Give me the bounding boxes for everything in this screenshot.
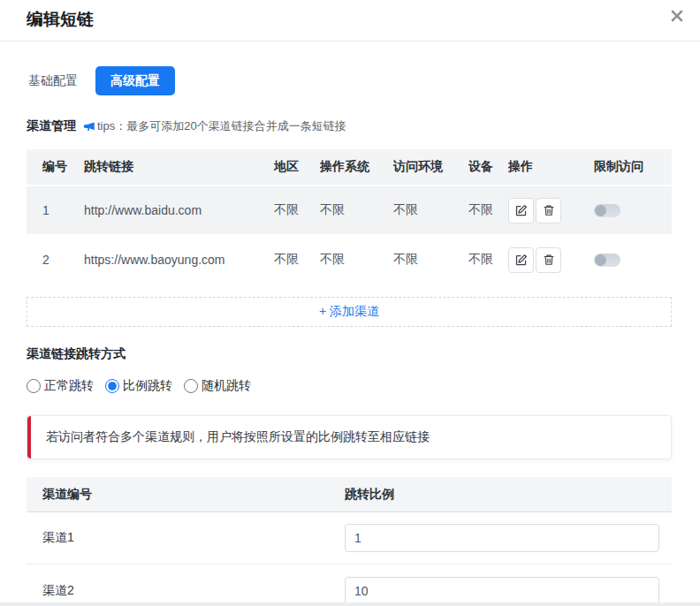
channel-tips-text: tips：最多可添加20个渠道链接合并成一条短链接 — [97, 118, 346, 134]
page-background-strip — [0, 602, 700, 606]
cell-region: 不限 — [274, 186, 320, 234]
dialog-body: 基础配置 高级配置 渠道管理 tips：最多可添加20个渠道链接合并成一条短链接… — [0, 66, 700, 606]
radio-normal-jump-label: 正常跳转 — [44, 378, 94, 394]
jump-method-radio-group: 正常跳转 比例跳转 随机跳转 — [27, 379, 673, 393]
radio-normal-jump-input[interactable] — [27, 379, 41, 393]
channel-table-header-row: 编号 跳转链接 地区 操作系统 访问环境 设备 操作 限制访问 — [27, 149, 672, 185]
col-header-device: 设备 — [468, 149, 508, 185]
radio-ratio-jump-label: 比例跳转 — [123, 378, 172, 394]
col-header-os: 操作系统 — [320, 149, 393, 185]
channel-table: 编号 跳转链接 地区 操作系统 访问环境 设备 操作 限制访问 1 http:/… — [27, 148, 672, 285]
jump-method-label: 渠道链接跳转方式 — [27, 346, 673, 364]
channel-1-label: 渠道1 — [27, 530, 345, 546]
toggle-knob — [595, 254, 606, 266]
radio-ratio-jump[interactable]: 比例跳转 — [105, 378, 172, 394]
ratio-col-jump-ratio: 跳转比例 — [345, 487, 672, 503]
cell-url: https://www.baoyung.com — [84, 236, 274, 284]
dialog-header: 编辑短链 — [0, 0, 700, 42]
cell-restrict-access — [594, 236, 672, 284]
tab-basic-config[interactable]: 基础配置 — [27, 73, 80, 89]
col-header-url: 跳转链接 — [84, 149, 274, 185]
cell-operations — [508, 186, 594, 234]
radio-random-jump[interactable]: 随机跳转 — [184, 378, 251, 394]
cell-device: 不限 — [468, 236, 508, 284]
ratio-rule-alert: 若访问者符合多个渠道规则，用户将按照所设置的比例跳转至相应链接 — [27, 415, 672, 459]
channel-row-1: 1 http://www.baidu.com 不限 不限 不限 不限 — [27, 186, 672, 234]
cell-number: 2 — [27, 236, 84, 284]
col-header-region: 地区 — [274, 149, 320, 185]
restrict-access-toggle[interactable] — [594, 204, 620, 217]
toggle-knob — [595, 205, 606, 216]
edit-icon — [514, 204, 528, 217]
channel-row-2: 2 https://www.baoyung.com 不限 不限 不限 不限 — [27, 236, 672, 284]
col-header-number: 编号 — [27, 149, 84, 185]
alert-text: 若访问者符合多个渠道规则，用户将按照所设置的比例跳转至相应链接 — [46, 429, 430, 443]
col-header-env: 访问环境 — [393, 149, 468, 185]
ratio-table-header: 渠道编号 跳转比例 — [27, 477, 672, 512]
ratio-col-channel-number: 渠道编号 — [27, 487, 345, 503]
tab-advanced-config[interactable]: 高级配置 — [95, 66, 175, 95]
edit-shortlink-dialog: 编辑短链 基础配置 高级配置 渠道管理 tips：最多可添加20个渠道链接合并成… — [0, 0, 700, 606]
cell-env: 不限 — [393, 236, 468, 284]
ratio-table: 渠道编号 跳转比例 渠道1 渠道2 — [27, 477, 672, 606]
dialog-title: 编辑短链 — [27, 8, 673, 31]
close-icon — [671, 10, 683, 22]
delete-button[interactable] — [536, 198, 561, 223]
radio-random-jump-label: 随机跳转 — [202, 378, 251, 394]
cell-number: 1 — [27, 186, 84, 234]
cell-device: 不限 — [468, 186, 508, 234]
edit-button[interactable] — [508, 198, 534, 223]
radio-normal-jump[interactable]: 正常跳转 — [27, 378, 94, 394]
cell-os: 不限 — [320, 186, 393, 234]
channel-2-ratio-input[interactable] — [345, 577, 659, 605]
edit-button[interactable] — [508, 247, 534, 273]
delete-button[interactable] — [536, 247, 561, 273]
cell-operations — [508, 236, 594, 284]
cell-os: 不限 — [320, 236, 393, 284]
add-channel-label: + 添加渠道 — [319, 304, 379, 320]
trash-icon — [543, 254, 555, 266]
tab-bar: 基础配置 高级配置 — [27, 66, 673, 95]
edit-icon — [514, 254, 528, 267]
ratio-row-channel-1: 渠道1 — [27, 512, 672, 564]
channel-2-label: 渠道2 — [27, 583, 345, 599]
ratio-row-channel-2: 渠道2 — [27, 564, 672, 606]
trash-icon — [543, 204, 555, 216]
cell-restrict-access — [594, 186, 672, 234]
channel-section-header: 渠道管理 tips：最多可添加20个渠道链接合并成一条短链接 — [27, 117, 673, 135]
cell-region: 不限 — [274, 236, 320, 284]
channel-1-ratio-input[interactable] — [345, 524, 659, 552]
channel-management-label: 渠道管理 — [27, 118, 76, 134]
add-channel-button[interactable]: + 添加渠道 — [27, 297, 672, 327]
radio-random-jump-input[interactable] — [184, 379, 198, 393]
col-header-restrict-access: 限制访问 — [594, 149, 672, 185]
restrict-access-toggle[interactable] — [594, 254, 620, 267]
cell-url: http://www.baidu.com — [84, 186, 274, 234]
radio-ratio-jump-input[interactable] — [105, 379, 119, 393]
cell-env: 不限 — [393, 186, 468, 234]
col-header-operations: 操作 — [508, 149, 594, 185]
close-button[interactable] — [665, 4, 689, 28]
megaphone-icon — [82, 120, 95, 133]
